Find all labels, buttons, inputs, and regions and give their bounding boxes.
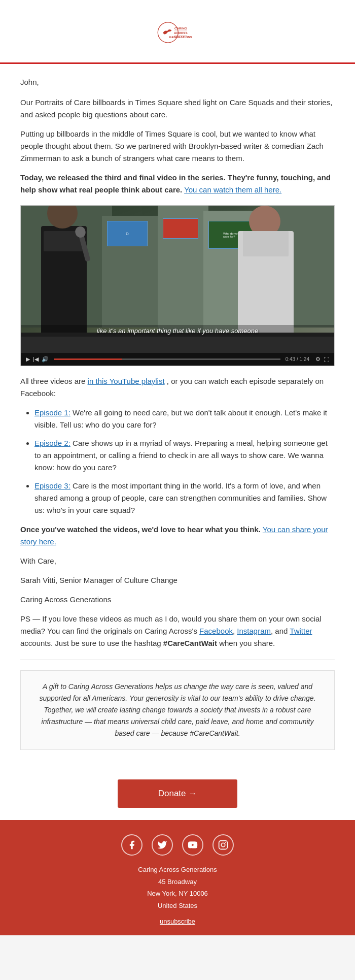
paragraph-3: Today, we released the third and final v…	[20, 172, 335, 196]
email-wrapper: CARING ACROSS GENERATIONS John, Our Port…	[0, 0, 355, 935]
settings-icon[interactable]: ⚙	[315, 356, 321, 363]
logo: CARING ACROSS GENERATIONS	[152, 12, 203, 54]
episode-1-item: Episode 1: We're all going to need care,…	[34, 407, 335, 431]
cta-prefix: Once you've watched the videos, we'd lov…	[20, 525, 261, 534]
svg-text:GENERATIONS: GENERATIONS	[169, 35, 192, 39]
playlist-prefix: All three videos are	[20, 377, 85, 385]
ps-and: and	[275, 627, 290, 635]
playlist-text: All three videos are in this YouTube pla…	[20, 375, 335, 400]
episode-2-text: Care shows up in a myriad of ways. Prepa…	[34, 439, 328, 472]
content-divider	[20, 660, 335, 660]
progress-fill	[54, 358, 122, 360]
episode-2-item: Episode 2: Care shows up in a myriad of …	[34, 437, 335, 474]
cta-paragraph: Once you've watched the videos, we'd lov…	[20, 524, 335, 548]
skip-back-icon[interactable]: |◀	[33, 356, 39, 363]
org-text: Caring Across Generations	[20, 594, 335, 606]
ps-paragraph: PS — If you love these videos as much as…	[20, 613, 335, 649]
unsubscribe-link[interactable]: unsubscribe	[10, 918, 345, 925]
svg-text:ACROSS: ACROSS	[174, 31, 188, 35]
episode-3-text: Care is the most important thing in the …	[34, 481, 327, 514]
footer-org-info: Caring Across Generations 45 Broadway Ne…	[10, 864, 345, 911]
footer-address-1: 45 Broadway	[10, 876, 345, 888]
volume-icon[interactable]: 🔊	[42, 356, 49, 363]
episode-3-item: Episode 3: Care is the most important th…	[34, 480, 335, 516]
closing-text: With Care,	[20, 555, 335, 567]
ps-end-start: accounts. Just be sure to use the hashta…	[20, 639, 163, 647]
donate-section: Donate →	[0, 779, 355, 808]
episode-1-link[interactable]: Episode 1:	[34, 408, 70, 417]
email-footer: Caring Across Generations 45 Broadway Ne…	[0, 820, 355, 935]
paragraph-3-bold: Today, we released the third and final v…	[20, 173, 331, 194]
instagram-link[interactable]: Instagram	[237, 627, 271, 635]
email-header: CARING ACROSS GENERATIONS	[0, 0, 355, 62]
signature-text: Sarah Vitti, Senior Manager of Culture C…	[20, 574, 335, 586]
episode-3-link[interactable]: Episode 3:	[34, 481, 70, 490]
twitter-social-icon[interactable]	[152, 834, 173, 856]
footer-org-name: Caring Across Generations	[10, 864, 345, 875]
video-controls-bar[interactable]: ▶ |◀ 🔊 0:43 / 1:24 ⚙ ⛶	[21, 353, 334, 366]
svg-point-8	[221, 843, 225, 847]
facebook-social-icon[interactable]	[121, 834, 143, 856]
paragraph-2: Putting up billboards in the middle of T…	[20, 128, 335, 165]
youtube-social-icon[interactable]	[182, 834, 203, 856]
paragraph-1: Our Portraits of Care billboards in Time…	[20, 96, 335, 121]
ps-end: when you share.	[219, 639, 275, 647]
footer-address-3: United States	[10, 900, 345, 911]
video-subtitle: like it's an important thing that like i…	[21, 325, 334, 337]
fullscreen-icon[interactable]: ⛶	[324, 356, 329, 363]
youtube-playlist-link[interactable]: in this YouTube playlist	[88, 377, 165, 385]
facebook-link[interactable]: Facebook	[199, 627, 233, 635]
email-content: John, Our Portraits of Care billboards i…	[0, 64, 355, 774]
watch-link[interactable]: You can watch them all here.	[184, 185, 281, 194]
instagram-social-icon[interactable]	[212, 834, 234, 856]
gift-message-box: A gift to Caring Across Generations help…	[20, 670, 335, 750]
video-frame: D Who do youcare for?	[21, 206, 334, 353]
video-time: 0:43 / 1:24	[286, 356, 309, 362]
episode-2-link[interactable]: Episode 2:	[34, 439, 70, 447]
greeting-text: John,	[20, 76, 335, 88]
episode-1-text: We're all going to need care, but we don…	[34, 408, 327, 429]
hashtag-text: #CareCantWait	[163, 639, 217, 647]
footer-address-2: New York, NY 10006	[10, 888, 345, 899]
play-button-icon[interactable]: ▶	[26, 356, 30, 363]
svg-text:CARING: CARING	[174, 26, 187, 30]
twitter-link[interactable]: Twitter	[290, 627, 312, 635]
svg-rect-7	[219, 841, 228, 850]
social-icons-row	[10, 834, 345, 856]
donate-button[interactable]: Donate →	[118, 779, 238, 808]
svg-point-9	[225, 842, 226, 843]
video-player[interactable]: D Who do youcare for?	[20, 205, 335, 366]
progress-bar[interactable]	[54, 358, 280, 360]
episodes-list: Episode 1: We're all going to need care,…	[20, 407, 335, 516]
gift-text: A gift to Caring Across Generations help…	[39, 682, 315, 737]
